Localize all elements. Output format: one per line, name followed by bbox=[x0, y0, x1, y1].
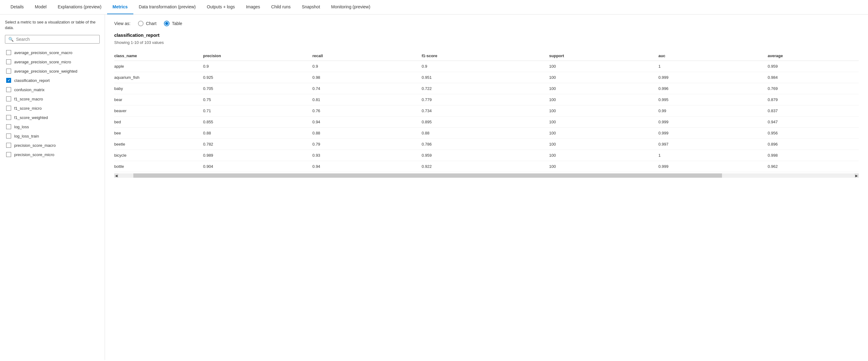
metric-checkbox-confusion_matrix[interactable] bbox=[6, 87, 11, 92]
view-as-row: View as: Chart Table bbox=[114, 21, 859, 26]
cell-f1score-3: 0.779 bbox=[422, 94, 549, 105]
table-row: bee0.880.880.881000.9990.956 bbox=[114, 128, 859, 139]
metric-checkbox-average_precision_score_weighted[interactable] bbox=[6, 68, 11, 74]
metric-checkbox-f1_score_micro[interactable] bbox=[6, 106, 11, 111]
cell-recall-3: 0.81 bbox=[312, 94, 422, 105]
cell-auc-5: 0.999 bbox=[658, 116, 768, 128]
metric-item-classification_report[interactable]: classification_report bbox=[5, 76, 100, 85]
cell-class_name-3: bear bbox=[114, 94, 203, 105]
metric-item-average_precision_score_macro[interactable]: average_precision_score_macro bbox=[5, 48, 100, 57]
cell-average-0: 0.959 bbox=[768, 61, 859, 72]
scrollbar-thumb[interactable] bbox=[133, 173, 722, 178]
cell-recall-7: 0.79 bbox=[312, 139, 422, 150]
metric-item-log_loss[interactable]: log_loss bbox=[5, 122, 100, 131]
metric-checkbox-precision_score_micro[interactable] bbox=[6, 152, 11, 157]
metric-checkbox-precision_score_macro[interactable] bbox=[6, 143, 11, 148]
table-row: bicycle0.9890.930.95910010.998 bbox=[114, 150, 859, 161]
nav-item-model[interactable]: Model bbox=[29, 0, 52, 14]
cell-average-9: 0.962 bbox=[768, 161, 859, 172]
cell-auc-9: 0.999 bbox=[658, 161, 768, 172]
cell-support-9: 100 bbox=[549, 161, 658, 172]
cell-precision-3: 0.75 bbox=[203, 94, 312, 105]
metric-label-f1_score_micro: f1_score_micro bbox=[14, 106, 42, 111]
cell-f1score-9: 0.922 bbox=[422, 161, 549, 172]
cell-f1score-6: 0.88 bbox=[422, 128, 549, 139]
cell-precision-6: 0.88 bbox=[203, 128, 312, 139]
metric-item-precision_score_macro[interactable]: precision_score_macro bbox=[5, 141, 100, 150]
table-radio-option[interactable]: Table bbox=[164, 21, 182, 26]
cell-class_name-4: beaver bbox=[114, 105, 203, 116]
metric-checkbox-log_loss_train[interactable] bbox=[6, 134, 11, 138]
metric-item-average_precision_score_weighted[interactable]: average_precision_score_weighted bbox=[5, 66, 100, 76]
cell-class_name-1: aquarium_fish bbox=[114, 72, 203, 83]
view-as-label: View as: bbox=[114, 21, 130, 26]
table-radio-circle bbox=[164, 21, 169, 26]
metric-item-f1_score_micro[interactable]: f1_score_micro bbox=[5, 104, 100, 113]
cell-precision-7: 0.782 bbox=[203, 139, 312, 150]
col-header-recall: recall bbox=[312, 51, 422, 61]
sidebar-description: Select a metric to see a visualization o… bbox=[5, 20, 100, 31]
nav-item-snapshot[interactable]: Snapshot bbox=[296, 0, 326, 14]
nav-item-explanations[interactable]: Explanations (preview) bbox=[52, 0, 107, 14]
cell-average-6: 0.956 bbox=[768, 128, 859, 139]
metric-item-average_precision_score_micro[interactable]: average_precision_score_micro bbox=[5, 57, 100, 66]
nav-item-metrics[interactable]: Metrics bbox=[107, 0, 133, 14]
col-header-average: average bbox=[768, 51, 859, 61]
nav-item-outputs-logs[interactable]: Outputs + logs bbox=[201, 0, 241, 14]
metric-item-log_loss_train[interactable]: log_loss_train bbox=[5, 131, 100, 141]
metric-checkbox-classification_report[interactable] bbox=[6, 78, 11, 83]
metric-label-precision_score_macro: precision_score_macro bbox=[14, 143, 56, 148]
metric-item-precision_score_micro[interactable]: precision_score_micro bbox=[5, 150, 100, 159]
col-header-f1-score: f1-score bbox=[422, 51, 549, 61]
table-label: Table bbox=[172, 21, 182, 26]
metric-checkbox-log_loss[interactable] bbox=[6, 124, 11, 129]
metric-label-log_loss: log_loss bbox=[14, 124, 29, 129]
cell-class_name-9: bottle bbox=[114, 161, 203, 172]
metric-item-confusion_matrix[interactable]: confusion_matrix bbox=[5, 85, 100, 94]
cell-precision-1: 0.925 bbox=[203, 72, 312, 83]
table-row: beetle0.7820.790.7861000.9970.896 bbox=[114, 139, 859, 150]
metric-checkbox-average_precision_score_macro[interactable] bbox=[6, 50, 11, 55]
scrollbar-track bbox=[119, 173, 855, 178]
cell-recall-0: 0.9 bbox=[312, 61, 422, 72]
chart-radio-option[interactable]: Chart bbox=[138, 21, 156, 26]
cell-recall-8: 0.93 bbox=[312, 150, 422, 161]
scroll-right-arrow[interactable]: ▶ bbox=[855, 173, 859, 178]
cell-precision-8: 0.989 bbox=[203, 150, 312, 161]
metric-checkbox-f1_score_weighted[interactable] bbox=[6, 115, 11, 120]
cell-auc-8: 1 bbox=[658, 150, 768, 161]
search-input[interactable] bbox=[16, 37, 96, 42]
cell-auc-0: 1 bbox=[658, 61, 768, 72]
chart-radio-circle bbox=[138, 21, 144, 26]
bottom-scrollbar[interactable]: ◀ ▶ bbox=[114, 173, 859, 178]
data-table: class_nameprecisionrecallf1-scoresupport… bbox=[114, 51, 859, 172]
top-navigation: DetailsModelExplanations (preview)Metric… bbox=[0, 0, 868, 15]
cell-f1score-7: 0.786 bbox=[422, 139, 549, 150]
cell-support-7: 100 bbox=[549, 139, 658, 150]
cell-class_name-2: baby bbox=[114, 83, 203, 94]
metric-item-f1_score_macro[interactable]: f1_score_macro bbox=[5, 94, 100, 104]
metrics-list: average_precision_score_macroaverage_pre… bbox=[5, 48, 100, 355]
table-header: class_nameprecisionrecallf1-scoresupport… bbox=[114, 51, 859, 61]
metric-checkbox-f1_score_macro[interactable] bbox=[6, 96, 11, 101]
search-box[interactable]: 🔍 bbox=[5, 35, 100, 44]
metric-label-confusion_matrix: confusion_matrix bbox=[14, 87, 44, 92]
cell-precision-2: 0.705 bbox=[203, 83, 312, 94]
cell-support-1: 100 bbox=[549, 72, 658, 83]
cell-recall-2: 0.74 bbox=[312, 83, 422, 94]
metric-label-classification_report: classification_report bbox=[14, 78, 50, 83]
cell-average-2: 0.769 bbox=[768, 83, 859, 94]
metric-item-f1_score_weighted[interactable]: f1_score_weighted bbox=[5, 113, 100, 122]
nav-item-details[interactable]: Details bbox=[5, 0, 29, 14]
nav-item-child-runs[interactable]: Child runs bbox=[266, 0, 296, 14]
nav-item-data-transformation[interactable]: Data transformation (preview) bbox=[133, 0, 201, 14]
scroll-left-arrow[interactable]: ◀ bbox=[114, 173, 119, 178]
report-subtitle: Showing 1-10 of 103 values bbox=[114, 40, 859, 45]
metric-checkbox-average_precision_score_micro[interactable] bbox=[6, 59, 11, 64]
nav-item-monitoring[interactable]: Monitoring (preview) bbox=[326, 0, 376, 14]
nav-item-images[interactable]: Images bbox=[241, 0, 266, 14]
col-header-precision: precision bbox=[203, 51, 312, 61]
cell-class_name-5: bed bbox=[114, 116, 203, 128]
metric-label-f1_score_weighted: f1_score_weighted bbox=[14, 115, 48, 120]
cell-f1score-1: 0.951 bbox=[422, 72, 549, 83]
